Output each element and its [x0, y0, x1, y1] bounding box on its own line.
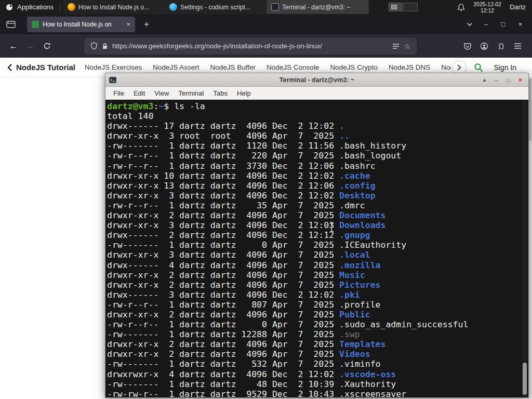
applications-menu[interactable]: Applications: [0, 0, 59, 14]
scroll-left-icon[interactable]: [7, 64, 12, 71]
extensions-button[interactable]: [493, 38, 509, 55]
pocket-button[interactable]: [459, 38, 476, 55]
window-minimize-button[interactable]: –: [477, 17, 495, 32]
firefox-view-button[interactable]: [3, 17, 19, 32]
file-attributes: drwx------ 17 dartz dartz 4096 Dec 2 12:…: [107, 121, 339, 131]
terminal-output-line: drwxr-xr-x 2 dartz dartz 4096 Apr 7 2025…: [107, 349, 521, 359]
terminal-prompt-line: dartz@vm3:~$ ls -la: [107, 101, 521, 111]
bookmark-star-icon[interactable]: ☆: [404, 42, 410, 50]
sign-in-button[interactable]: Sign In: [494, 63, 516, 72]
taskbar-button-label: How to Install Node.js o...: [78, 4, 149, 11]
terminal-shade-button[interactable]: ▴: [480, 75, 489, 85]
terminal-output-line: drwx------ 3 dartz dartz 4096 Dec 2 12:0…: [107, 290, 521, 300]
reload-icon: [43, 42, 51, 50]
file-name: .sudo_as_admin_successful: [339, 320, 468, 329]
file-attributes: drwxr-xr-x 2 dartz dartz 4096 Apr 7 2025: [107, 280, 339, 290]
terminal-titlebar[interactable]: Terminal - dartz@vm3: ~ ▴ – □ ×: [105, 73, 528, 87]
page-scrollbar-thumb[interactable]: [529, 78, 531, 141]
file-name: ..: [339, 131, 350, 141]
site-nav-link[interactable]: NodeJS Buffer: [210, 63, 256, 71]
file-name: Desktop: [339, 191, 376, 201]
lock-icon[interactable]: [102, 43, 108, 50]
site-nav-link[interactable]: NodeJS Exercises: [85, 63, 142, 71]
file-name: .bash_history: [339, 141, 406, 151]
terminal-minimize-button[interactable]: –: [491, 75, 501, 85]
page-scrollbar[interactable]: [528, 77, 532, 399]
account-button[interactable]: [476, 38, 493, 55]
file-name: Downloads: [339, 220, 385, 230]
desktop: Applications How to Install Node.js o...…: [0, 0, 532, 399]
file-attributes: drwxr-xr-x 13 dartz dartz 4096 Dec 2 12:…: [107, 181, 339, 191]
url-bar[interactable]: https://www.geeksforgeeks.org/node-js/in…: [84, 38, 417, 55]
url-text[interactable]: https://www.geeksforgeeks.org/node-js/in…: [112, 42, 388, 50]
search-icon[interactable]: [474, 63, 483, 72]
window-tasklist: How to Install Node.js o...Settings - co…: [63, 0, 369, 14]
terminal-scrollbar-thumb[interactable]: [523, 363, 527, 395]
app-menu-button[interactable]: [509, 38, 526, 55]
file-name: Videos: [339, 349, 370, 359]
taskbar-button[interactable]: Settings - codium script...: [165, 0, 267, 14]
terminal-menu-item[interactable]: Terminal: [174, 89, 208, 97]
reader-view-icon[interactable]: [392, 43, 400, 49]
taskbar-button[interactable]: How to Install Node.js o...: [63, 0, 165, 14]
terminal-output-line: -rw-r--r-- 1 dartz dartz 0 Apr 7 2025 .s…: [107, 320, 521, 329]
browser-tab[interactable]: How to Install Node.js on ×: [27, 17, 135, 32]
terminal-menu-item[interactable]: View: [150, 89, 174, 97]
workspace-1[interactable]: [389, 3, 403, 11]
file-attributes: -rw------- 1 dartz dartz 1120 Dec 2 11:5…: [107, 141, 339, 151]
site-nav-link[interactable]: NodeJS Crypto: [330, 63, 378, 71]
forward-button[interactable]: →: [22, 38, 38, 55]
window-close-button[interactable]: ×: [512, 17, 529, 32]
workspace-switcher[interactable]: [389, 3, 418, 11]
terminal-screen[interactable]: dartz@vm3:~$ ls -la total 140 drwx------…: [105, 100, 528, 397]
terminal-menu-item[interactable]: File: [109, 89, 129, 97]
workspace-2[interactable]: [404, 3, 418, 11]
file-attributes: drwxr-xr-x 3 dartz dartz 4096 Apr 7 2025: [107, 250, 339, 260]
back-button[interactable]: ←: [5, 38, 22, 55]
terminal-menu-item[interactable]: Help: [232, 89, 256, 97]
file-attributes: drwxr-xr-x 2 dartz dartz 4096 Apr 7 2025: [107, 310, 339, 320]
site-nav-title[interactable]: NodeJS Tutorial: [16, 63, 75, 72]
list-all-tabs-button[interactable]: [462, 17, 477, 32]
file-attributes: -rw------- 1 dartz dartz 0 Apr 7 2025: [107, 240, 339, 250]
terminal-listing: drwx------ 17 dartz dartz 4096 Dec 2 12:…: [107, 121, 521, 397]
new-tab-button[interactable]: +: [139, 17, 154, 32]
file-attributes: drwxr-xr-x 2 dartz dartz 4096 Apr 7 2025: [107, 270, 339, 280]
notifications-icon[interactable]: [457, 3, 465, 11]
file-name: .local: [339, 250, 370, 260]
chevron-right-icon: [457, 64, 461, 71]
top-panel: Applications How to Install Node.js o...…: [0, 0, 532, 14]
terminal-icon: [271, 3, 279, 11]
extensions-icon: [497, 42, 505, 50]
terminal-output-line: drwxr-xr-x 3 dartz dartz 4096 Apr 7 2025…: [107, 250, 521, 260]
window-maximize-button[interactable]: □: [495, 17, 512, 32]
reload-button[interactable]: [38, 38, 55, 55]
applications-menu-label: Applications: [17, 3, 54, 11]
terminal-menu-item[interactable]: Tabs: [208, 89, 232, 97]
site-nav-link[interactable]: Node: [441, 63, 451, 71]
file-name: .xscreensaver: [339, 389, 406, 397]
terminal-total-line: total 140: [107, 111, 521, 121]
file-name: .bashrc: [339, 161, 376, 171]
terminal-output-line: -rw------- 1 dartz dartz 12288 Apr 7 202…: [107, 329, 521, 339]
clock[interactable]: 2025-12-02 12:12: [473, 1, 501, 14]
file-name: .viminfo: [339, 359, 380, 369]
site-nav-link[interactable]: NodeJS DNS: [389, 63, 430, 71]
terminal-menu-item[interactable]: Edit: [129, 89, 150, 97]
file-name: .profile: [339, 300, 380, 310]
tab-title: How to Install Node.js on: [43, 21, 123, 28]
file-name: Templates: [339, 339, 385, 349]
file-attributes: drwxr-xr-x 2 dartz dartz 4096 Apr 7 2025: [107, 210, 339, 220]
tab-close-button[interactable]: ×: [126, 20, 130, 28]
terminal-output-line: -rw-r--r-- 1 dartz dartz 807 Apr 7 2025 …: [107, 300, 521, 310]
taskbar-button[interactable]: Terminal - dartz@vm3: ~: [267, 0, 369, 14]
site-nav-link[interactable]: NodeJS Console: [267, 63, 319, 71]
applications-menu-icon: [5, 3, 14, 11]
tracking-protection-icon[interactable]: [90, 42, 98, 50]
scroll-right-button[interactable]: [453, 61, 466, 74]
terminal-close-button[interactable]: ×: [515, 75, 525, 85]
terminal-scrollbar[interactable]: [522, 101, 527, 396]
site-nav-link[interactable]: NodeJS Assert: [153, 63, 199, 71]
file-attributes: -rw------- 1 dartz dartz 532 Apr 7 2025: [107, 359, 339, 369]
terminal-maximize-button[interactable]: □: [503, 75, 513, 85]
